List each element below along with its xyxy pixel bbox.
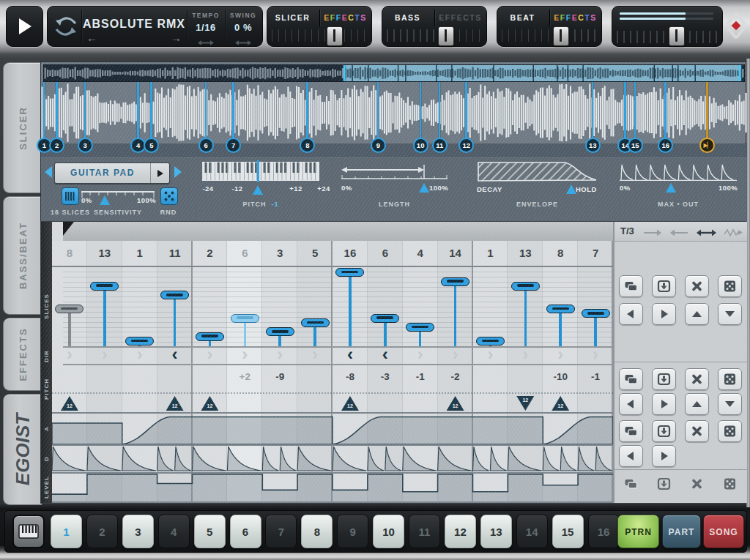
slice-marker-handle[interactable]: 13 [585,138,601,153]
pitch-value-cell[interactable]: -3 [368,371,403,386]
random-pitch-button[interactable] [718,368,742,390]
loop-start-corner[interactable] [63,222,74,236]
slice-marker-handle[interactable]: 8 [300,138,315,153]
channel-tab-effects[interactable]: EFFECTS [319,10,371,26]
shift-up-pitch-button[interactable] [685,393,709,415]
slice-marker-handle[interactable]: 6 [198,138,214,153]
pitch-value-cell[interactable]: -2 [438,371,473,386]
random-level-button[interactable] [718,475,742,493]
shift-left-slices-button[interactable] [619,303,643,325]
clear-pitch-button[interactable] [685,368,709,390]
paste-envelopes-button[interactable] [652,420,676,442]
clear-envelopes-button[interactable] [685,420,709,442]
random-envelopes-button[interactable] [718,420,742,442]
channel-tab-slicer[interactable]: SLICER [267,10,318,26]
preset-prev-arrow[interactable] [45,166,52,178]
slice-slider-handle[interactable] [55,305,83,313]
pattern-step-8[interactable]: 8 [301,515,333,548]
pitch-value-cell[interactable]: -1 [403,371,438,386]
slice-slider-handle[interactable] [582,309,610,318]
slice-slider-handle[interactable] [406,323,434,332]
pattern-step-14[interactable]: 14 [516,515,548,548]
channel-tab-effects[interactable]: EFFECTS [549,10,601,26]
tempo-block[interactable]: TEMPO 1/16 [188,7,224,46]
preset-next-icon[interactable]: → [171,34,182,42]
waveform-overview[interactable] [43,64,745,82]
maxout-shape[interactable] [620,163,737,181]
shift-down-pitch-button[interactable] [718,393,742,415]
clear-slices-button[interactable] [685,275,709,297]
keyboard-button[interactable] [12,515,45,548]
channel-slider-knob[interactable] [327,26,343,46]
grid-header-strip[interactable] [63,222,624,242]
slice-slider-handle[interactable] [231,314,259,323]
sidebar-tab-slicer[interactable]: SLICER [3,62,42,193]
shift-right-pitch-button[interactable] [652,393,676,415]
pitch-value-cell[interactable]: -10 [543,371,578,386]
sensitivity-handle[interactable] [100,195,110,205]
slice-slider-handle[interactable] [301,318,330,327]
shift-right-envelopes-button[interactable] [652,445,676,467]
copy-pitch-button[interactable] [619,368,643,390]
pattern-step-9[interactable]: 9 [337,515,368,548]
slice-marker-handle[interactable]: 7 [226,138,241,153]
channel-slider-knob[interactable] [553,26,569,46]
slice-marker-handle[interactable]: 5 [144,138,159,153]
slices-icon[interactable] [62,187,79,205]
time-division-label[interactable]: T/3 [620,225,634,236]
pitch-value-cell[interactable] [297,371,333,386]
slice-slider-handle[interactable] [511,282,540,291]
pitch-value-cell[interactable] [122,371,157,386]
paste-level-button[interactable] [652,475,676,493]
maxout-handle[interactable] [666,183,676,193]
pattern-step-10[interactable]: 10 [373,515,404,548]
shift-down-slices-button[interactable] [718,303,742,325]
shift-left-pitch-button[interactable] [619,393,643,415]
level-row-steps[interactable] [52,472,613,501]
channel-tab-beat[interactable]: BEAT [497,10,548,26]
channel-slider-knob[interactable] [438,26,454,46]
channel-tab-bass[interactable]: BASS [382,10,433,26]
copy-level-button[interactable] [619,475,643,493]
pitch-value-cell[interactable] [473,371,508,386]
pattern-step-6[interactable]: 6 [230,515,261,548]
shift-left-envelopes-button[interactable] [619,445,643,467]
slice-slider-handle[interactable] [335,268,364,277]
sample-preset-select[interactable]: GUITAR PAD [54,163,170,184]
slice-slider-handle[interactable] [160,291,189,299]
slice-slider-handle[interactable] [266,327,294,336]
pattern-step-15[interactable]: 15 [552,515,584,548]
preset-prev-icon[interactable]: ← [86,34,97,42]
randomize-dice-icon[interactable] [160,187,178,205]
channel-tab-effects[interactable]: EFFECTS [434,10,486,26]
pattern-step-7[interactable]: 7 [265,515,297,548]
mode-button-ptrn[interactable]: PTRN [617,515,659,548]
slice-marker-handle[interactable]: 15 [628,138,643,153]
slice-marker-handle[interactable]: 16 [658,138,673,153]
pitch-value-cell[interactable]: +2 [227,371,262,386]
pitch-value-cell[interactable] [193,371,228,386]
slice-marker-handle[interactable]: 10 [413,138,428,153]
shift-up-slices-button[interactable] [685,303,709,325]
mode-button-part[interactable]: PART [662,515,701,548]
pitch-value-cell[interactable]: -9 [262,371,297,386]
pitch-value-cell[interactable] [157,371,193,386]
pitch-handle[interactable] [253,185,263,195]
pattern-step-5[interactable]: 5 [194,515,226,548]
pattern-step-16[interactable]: 16 [588,515,620,548]
time-mode-arrow-left[interactable] [669,227,689,240]
mode-button-song[interactable]: SONG [703,515,744,548]
pitch-keyboard[interactable] [202,162,319,181]
time-mode-arrow-both-active[interactable] [697,227,716,240]
sidebar-tab-bass-beat[interactable]: BASS/BEAT [3,196,42,315]
pitch-value-cell[interactable] [87,371,122,386]
envelope-handle[interactable] [566,184,576,194]
slice-marker-handle[interactable]: 9 [371,138,386,153]
sidebar-tab-effects[interactable]: EFFECTS [3,318,42,391]
sensitivity-ruler[interactable] [81,188,155,195]
length-handle[interactable] [419,183,429,193]
pitch-value-cell[interactable] [508,371,543,386]
slice-marker-handle[interactable]: 11 [432,138,448,153]
length-control[interactable] [341,165,448,181]
time-mode-arrow-squiggle[interactable] [724,227,743,240]
